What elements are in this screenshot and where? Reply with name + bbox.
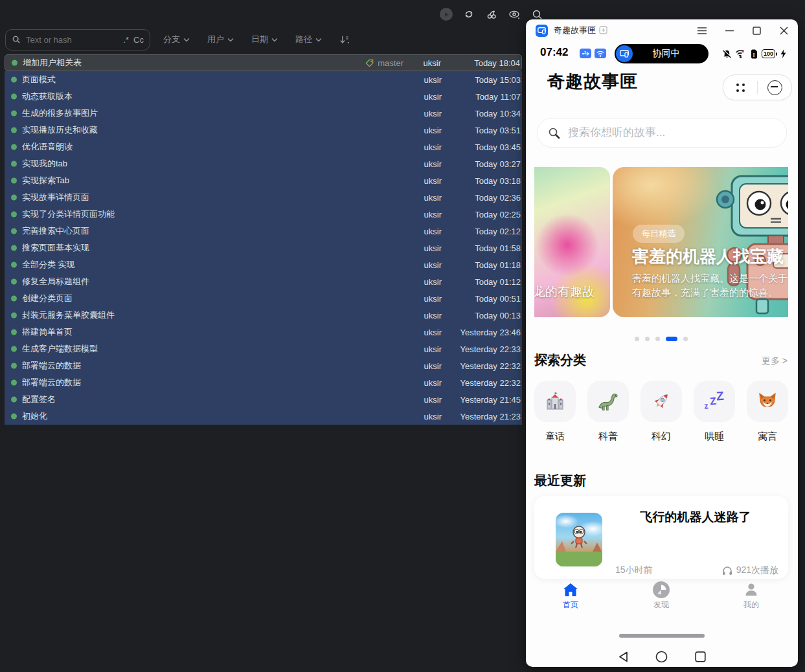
- commit-row[interactable]: 搭建简单首页uksirYesterday 23:46: [5, 324, 522, 341]
- commit-row[interactable]: 生成的很多故事图片uksirToday 10:34: [5, 105, 522, 122]
- preview-button[interactable]: [506, 6, 523, 23]
- find-icon: [532, 9, 543, 20]
- commit-date: Today 01:18: [452, 260, 521, 270]
- back-icon[interactable]: [615, 649, 631, 664]
- commit-row[interactable]: 修复全局标题组件uksirToday 01:12: [5, 273, 522, 290]
- carousel-dot[interactable]: [635, 337, 639, 341]
- svg-text:z: z: [703, 401, 709, 411]
- commit-row[interactable]: 实现了分类详情页面功能uksirToday 02:25: [5, 206, 522, 223]
- filter-date[interactable]: 日期: [251, 34, 278, 45]
- commit-graph-dot: [11, 111, 17, 117]
- carousel-dot[interactable]: [683, 337, 688, 341]
- carousel-card-active[interactable]: 每日精选 害羞的机器人找宝藏 害羞的机器人找宝藏。这是一个关于 有趣故事，充满了…: [613, 167, 788, 317]
- filter-path[interactable]: 路径: [295, 34, 322, 45]
- refresh-button[interactable]: [460, 6, 477, 23]
- category-item-fairytale[interactable]: 童话: [534, 381, 576, 443]
- commit-row[interactable]: 封装元服务菜单胶囊组件uksirToday 00:13: [5, 307, 522, 324]
- profile-icon: [728, 581, 775, 598]
- wifi6-icon: 6: [735, 49, 747, 58]
- filter-branch[interactable]: 分支: [163, 34, 190, 45]
- commit-message: 搜索页面基本实现: [22, 242, 412, 254]
- commit-graph-dot: [11, 77, 17, 83]
- menu-icon[interactable]: [697, 25, 707, 36]
- carousel-viewport: 龙的有趣故: [534, 167, 788, 317]
- capsule-close-icon[interactable]: [758, 80, 791, 95]
- commit-row[interactable]: 生成客户端数据模型uksirYesterday 22:33: [5, 341, 522, 357]
- capsule-more-icon[interactable]: [723, 84, 757, 92]
- cherry-pick-button[interactable]: [483, 6, 500, 23]
- match-case-toggle[interactable]: Cc: [133, 35, 144, 45]
- desc-line-1: 害羞的机器人找宝藏。这是一个关于: [632, 271, 788, 286]
- run-button[interactable]: [438, 6, 455, 23]
- minimize-icon[interactable]: [724, 25, 734, 36]
- commit-date: Yesterday 23:46: [452, 328, 521, 337]
- commit-message: 部署端云的数据: [22, 360, 412, 372]
- close-icon[interactable]: [778, 25, 789, 36]
- sort-button[interactable]: [339, 34, 350, 45]
- search-icon: [12, 35, 21, 45]
- commit-date: Today 03:51: [452, 126, 521, 135]
- commit-date: Today 01:58: [452, 243, 521, 253]
- recent-story-card[interactable]: 飞行的机器人迷路了 15小时前 921次播放: [534, 496, 788, 579]
- commit-row[interactable]: 搜索页面基本实现uksirToday 01:58: [5, 240, 522, 256]
- tab-discover[interactable]: 发现: [638, 581, 685, 610]
- category-item-science[interactable]: 科普: [587, 381, 629, 443]
- commit-row[interactable]: 创建分类页面uksirToday 00:51: [5, 290, 522, 307]
- commit-row[interactable]: 实现故事详情页面uksirToday 02:36: [5, 189, 522, 206]
- story-search-input[interactable]: [567, 126, 776, 140]
- home-indicator[interactable]: [619, 634, 705, 638]
- tab-label: 发现: [653, 600, 669, 609]
- filter-branch-label: 分支: [163, 34, 180, 45]
- commit-row[interactable]: 增加用户相关表 master uksir Today 18:04: [5, 54, 522, 71]
- commit-row[interactable]: 初始化uksirYesterday 21:23: [5, 408, 522, 425]
- commit-row[interactable]: 部署端云的数据uksirYesterday 22:32: [5, 357, 522, 374]
- commit-author: uksir: [412, 92, 442, 102]
- commit-row[interactable]: 优化语音朗读uksirToday 03:45: [5, 139, 522, 155]
- carousel-dot-active[interactable]: [666, 337, 677, 341]
- maximize-icon[interactable]: [751, 25, 762, 36]
- commit-row[interactable]: 实现我的tabuksirToday 03:27: [5, 155, 522, 172]
- commit-graph-dot: [11, 414, 17, 420]
- recents-icon[interactable]: [692, 649, 708, 664]
- category-item-sleep[interactable]: zZZ 哄睡: [694, 381, 735, 443]
- story-search-bar[interactable]: [537, 118, 787, 148]
- commit-row[interactable]: 动态获取版本uksirToday 11:07: [5, 88, 522, 105]
- tab-home[interactable]: 首页: [547, 581, 594, 610]
- filter-user[interactable]: 用户: [207, 34, 234, 45]
- commit-row[interactable]: 部署端云的数据uksirYesterday 22:32: [5, 374, 522, 391]
- wifi-icon: [595, 49, 606, 58]
- home-circle-icon[interactable]: [653, 649, 669, 664]
- commit-message: 全部分类 实现: [22, 259, 412, 271]
- filter-path-label: 路径: [295, 34, 312, 45]
- emulator-titlebar[interactable]: 奇趣故事匣: [526, 19, 798, 41]
- commit-date: Today 15:03: [452, 75, 521, 85]
- commit-author: uksir: [412, 328, 442, 337]
- tab-label: 我的: [743, 600, 759, 609]
- commit-date: Today 00:51: [452, 294, 521, 304]
- category-item-scifi[interactable]: 科幻: [641, 381, 682, 443]
- category-label: 寓言: [758, 431, 777, 443]
- commit-search-field[interactable]: Text or hash .* Cc: [5, 29, 150, 50]
- tab-profile[interactable]: 我的: [728, 581, 775, 610]
- commit-date: Today 10:34: [452, 109, 521, 118]
- commit-row[interactable]: 配置签名uksirYesterday 21:45: [5, 391, 522, 408]
- commit-author: uksir: [412, 227, 442, 236]
- commit-date: Today 02:12: [452, 227, 521, 236]
- commit-row[interactable]: 页面模式uksirToday 15:03: [5, 71, 522, 88]
- pin-icon[interactable]: [599, 26, 607, 34]
- carousel-dot[interactable]: [655, 337, 660, 341]
- carousel-dot[interactable]: [645, 337, 650, 341]
- commit-date: Today 11:07: [452, 92, 521, 102]
- battery-level: 100: [762, 49, 775, 58]
- category-item-fable[interactable]: 寓言: [747, 381, 788, 443]
- carousel-card-previous[interactable]: 龙的有趣故: [534, 167, 610, 317]
- commit-row[interactable]: 完善搜索中心页面uksirToday 02:12: [5, 223, 522, 240]
- charging-icon: [780, 49, 786, 58]
- commit-row[interactable]: 实现探索TabuksirToday 03:18: [5, 172, 522, 189]
- regex-toggle-icon[interactable]: .*: [123, 35, 129, 45]
- more-link[interactable]: 更多 >: [762, 355, 788, 367]
- commit-row[interactable]: 实现播放历史和收藏uksirToday 03:51: [5, 122, 522, 139]
- commit-row[interactable]: 全部分类 实现uksirToday 01:18: [5, 256, 522, 273]
- section-title-categories: 探索分类: [534, 352, 586, 369]
- collaboration-pill[interactable]: 协同中: [615, 44, 709, 63]
